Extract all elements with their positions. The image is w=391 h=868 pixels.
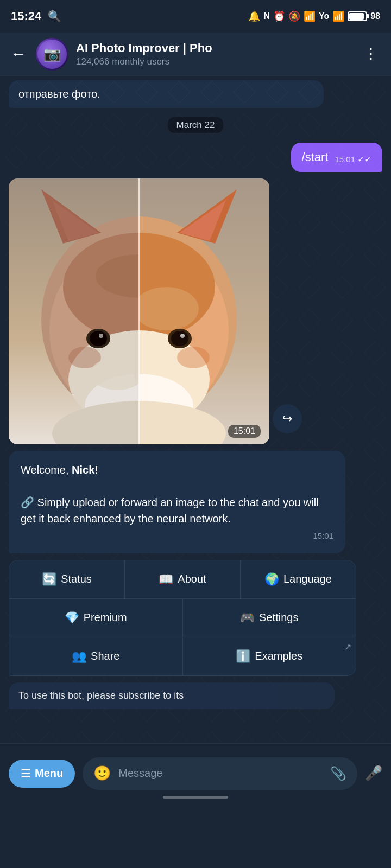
- svg-point-33: [180, 334, 185, 338]
- image-message-container: 15:01 ↪: [9, 178, 269, 444]
- examples-button[interactable]: ↗ ℹ️ Examples: [183, 637, 356, 675]
- date-separator: March 22: [9, 120, 382, 131]
- emoji-button[interactable]: 🙂: [93, 765, 111, 782]
- bot-subtitle: 124,066 monthly users: [76, 56, 352, 67]
- welcome-message: Welcome, Nick! 🔗 Simply upload or forwar…: [9, 451, 345, 553]
- buttons-row-2: 💎 Premium 🎮 Settings: [9, 599, 356, 637]
- status-button[interactable]: 🔄 Status: [9, 560, 125, 598]
- menu-label: Menu: [35, 767, 63, 780]
- external-link-icon: ↗: [344, 642, 351, 652]
- fox-image[interactable]: 15:01: [9, 178, 269, 444]
- search-icon[interactable]: 🔍: [48, 10, 61, 23]
- welcome-text: Welcome, Nick! 🔗 Simply upload or forwar…: [21, 462, 333, 527]
- about-button[interactable]: 📖 About: [125, 560, 241, 598]
- read-receipts: ✓✓: [357, 154, 371, 164]
- examples-label: Examples: [255, 650, 302, 662]
- image-timestamp: 15:01: [228, 425, 261, 438]
- premium-button[interactable]: 💎 Premium: [9, 599, 183, 637]
- welcome-timestamp: 15:01: [21, 530, 333, 542]
- settings-label: Settings: [259, 611, 298, 624]
- settings-icon: 🎮: [240, 611, 255, 625]
- forward-icon: ↪: [282, 412, 292, 426]
- svg-point-14: [99, 334, 103, 338]
- buttons-row-1: 🔄 Status 📖 About 🌍 Language: [9, 560, 356, 599]
- share-icon: 👥: [72, 649, 86, 663]
- svg-point-13: [90, 331, 107, 346]
- svg-point-32: [171, 331, 188, 346]
- fox-illustration: [9, 178, 269, 444]
- share-label: Share: [91, 650, 119, 662]
- svg-point-36: [134, 287, 199, 330]
- message-placeholder: Message: [118, 767, 323, 780]
- start-command-text: /start: [302, 150, 329, 164]
- battery-indicator: [348, 11, 367, 21]
- svg-point-34: [177, 347, 210, 368]
- cellular-icon: 📶: [332, 10, 344, 22]
- examples-icon: ℹ️: [236, 649, 250, 663]
- bot-buttons: 🔄 Status 📖 About 🌍 Language 💎 Premium: [9, 560, 356, 676]
- alarm-icon: ⏰: [273, 10, 285, 22]
- battery-level: 98: [370, 11, 380, 21]
- forward-button[interactable]: ↪: [273, 404, 302, 433]
- status-time: 15:24: [11, 9, 41, 23]
- about-icon: 📖: [159, 572, 173, 586]
- notification-icon: 🔔: [248, 10, 260, 22]
- message-input-area[interactable]: 🙂 Message 📎: [83, 757, 357, 790]
- bot-name[interactable]: AI Photo Improver | Pho: [76, 41, 293, 55]
- buttons-row-3: 👥 Share ↗ ℹ️ Examples: [9, 637, 356, 675]
- language-button[interactable]: 🌍 Language: [241, 560, 356, 598]
- message-time: 15:01 ✓✓: [335, 154, 371, 164]
- status-bar: 15:24 🔍 🔔 N ⏰ 🔕 📶 Yo 📶 98: [0, 0, 391, 33]
- signal-icon: Yo: [319, 11, 329, 21]
- header-info: AI Photo Improver | Pho 124,066 monthly …: [76, 41, 352, 67]
- status-icon: 🔄: [42, 572, 56, 586]
- menu-button[interactable]: ☰ Menu: [9, 760, 75, 788]
- language-icon: 🌍: [264, 572, 279, 586]
- mute-icon: 🔕: [288, 10, 300, 22]
- start-command-message: /start 15:01 ✓✓: [291, 143, 382, 172]
- partial-message: To use this bot, please subscribe to its: [9, 682, 335, 709]
- settings-button[interactable]: 🎮 Settings: [183, 599, 356, 637]
- attachment-button[interactable]: 📎: [330, 766, 346, 781]
- back-button[interactable]: ←: [9, 43, 28, 65]
- chat-header: ← 📷 AI Photo Improver | Pho 124,066 mont…: [0, 33, 391, 76]
- premium-label: Premium: [84, 611, 127, 624]
- wifi-icon: 📶: [304, 10, 316, 22]
- more-options-button[interactable]: ⋮: [360, 43, 382, 65]
- bottom-bar: ☰ Menu 🙂 Message 📎 🎤: [0, 743, 391, 803]
- chat-area: отправьте фото. March 22 /start 15:01 ✓✓: [0, 76, 391, 803]
- bot-avatar: 📷: [36, 38, 68, 71]
- menu-icon: ☰: [21, 767, 30, 780]
- partial-text: To use this bot, please subscribe to its: [18, 690, 184, 701]
- language-label: Language: [283, 573, 332, 585]
- premium-icon: 💎: [65, 611, 79, 625]
- home-indicator: [163, 796, 228, 799]
- microphone-button[interactable]: 🎤: [365, 765, 382, 782]
- clipped-message: отправьте фото.: [9, 80, 324, 108]
- nfc-icon: N: [263, 11, 270, 21]
- about-label: About: [178, 573, 206, 585]
- share-button[interactable]: 👥 Share: [9, 637, 183, 675]
- status-label: Status: [61, 573, 92, 585]
